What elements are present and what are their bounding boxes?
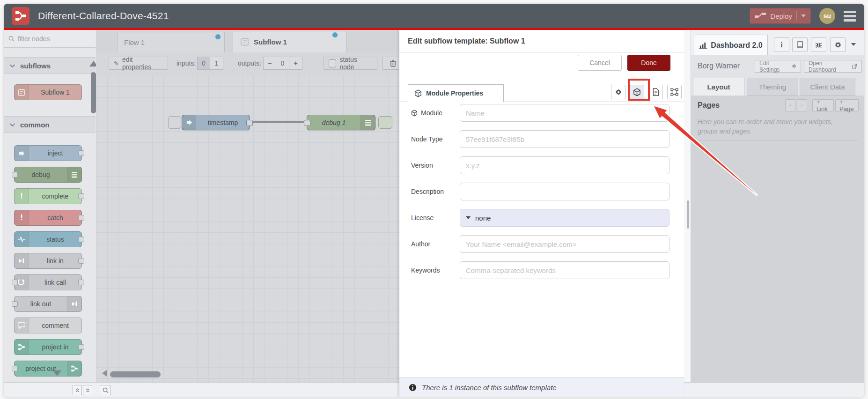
palette-node-inject[interactable]: inject bbox=[14, 145, 82, 161]
cancel-button[interactable]: Cancel bbox=[578, 55, 622, 71]
category-label: subflows bbox=[20, 62, 51, 70]
deploy-caret-icon[interactable] bbox=[801, 15, 806, 17]
sidebar-resize-handle[interactable] bbox=[684, 30, 691, 382]
version-input[interactable] bbox=[460, 156, 669, 174]
outputs-decrement-button[interactable]: − bbox=[263, 57, 276, 70]
palette-node-project-in[interactable]: project in bbox=[14, 339, 82, 355]
tab-theming[interactable]: Theming bbox=[747, 78, 798, 96]
edit-settings-button[interactable]: Edit Settings bbox=[755, 60, 801, 73]
module-label: Module bbox=[411, 109, 460, 117]
outputs-value[interactable]: 0 bbox=[276, 57, 289, 70]
edit-properties-button[interactable]: ✎ edit properties bbox=[109, 57, 168, 70]
module-input[interactable] bbox=[460, 104, 669, 122]
properties-gear-button[interactable] bbox=[611, 85, 625, 99]
canvas-node-debug-1[interactable]: debug 1 bbox=[307, 115, 375, 130]
tab-label: Module Properties bbox=[426, 89, 483, 97]
sidebar-tabs-dropdown-icon[interactable] bbox=[851, 43, 856, 46]
palette-node-status[interactable]: status bbox=[14, 231, 82, 247]
debug-toggle-button[interactable] bbox=[378, 116, 392, 129]
palette-filter[interactable]: filter nodes bbox=[4, 30, 96, 48]
main-menu-icon[interactable] bbox=[844, 11, 856, 22]
keywords-input[interactable] bbox=[460, 261, 669, 279]
link-in-icon bbox=[15, 253, 29, 268]
config-tab-button[interactable] bbox=[830, 37, 846, 52]
done-button[interactable]: Done bbox=[627, 55, 670, 71]
inject-trigger-button[interactable] bbox=[168, 116, 181, 129]
sidebar-scrollbar-thumb[interactable] bbox=[687, 200, 689, 229]
palette-node-debug[interactable]: debug bbox=[14, 167, 82, 183]
palette-collapse-all-button[interactable] bbox=[73, 385, 82, 395]
palette-node-subflow-1[interactable]: Subflow 1 bbox=[14, 84, 82, 100]
palette-node-comment[interactable]: comment bbox=[14, 318, 82, 333]
inputs-option-1[interactable]: 1 bbox=[210, 57, 223, 70]
bar-chart-icon bbox=[699, 42, 707, 49]
palette-node-complete[interactable]: ! complete bbox=[14, 188, 82, 204]
input-port[interactable] bbox=[304, 120, 310, 126]
open-dashboard-button[interactable]: Open Dashboard bbox=[804, 60, 862, 73]
double-chevron-down-icon bbox=[801, 103, 803, 108]
status-node-toggle[interactable]: status node bbox=[324, 57, 377, 70]
tab-client-data[interactable]: Client Data bbox=[800, 78, 855, 96]
node-type-input[interactable] bbox=[460, 130, 669, 148]
canvas-hscrollbar-thumb[interactable] bbox=[110, 371, 161, 377]
description-input[interactable] bbox=[460, 183, 669, 200]
canvas-scroll-left[interactable] bbox=[102, 370, 107, 377]
status-node-checkbox[interactable] bbox=[329, 59, 336, 67]
debug-icon bbox=[67, 167, 81, 182]
palette-node-project-out[interactable]: project out bbox=[14, 361, 82, 377]
module-properties-form: Module Node Type Version Description Lic… bbox=[399, 102, 684, 279]
project-in-icon bbox=[15, 340, 29, 355]
license-value: none bbox=[475, 214, 491, 222]
subflow-icon bbox=[240, 38, 250, 46]
palette-category-common[interactable]: common bbox=[4, 116, 96, 133]
category-label: common bbox=[20, 121, 50, 129]
unsaved-changes-dot bbox=[215, 34, 221, 39]
palette-category-subflows[interactable]: subflows bbox=[4, 57, 96, 74]
inputs-option-0[interactable]: 0 bbox=[197, 57, 210, 70]
pages-expand-button[interactable] bbox=[797, 99, 807, 111]
palette-expand-all-button[interactable] bbox=[83, 385, 92, 395]
user-avatar[interactable]: su bbox=[819, 8, 835, 24]
palette-node-link-out[interactable]: link out bbox=[14, 296, 82, 312]
license-select[interactable]: none bbox=[460, 209, 669, 227]
pages-collapse-button[interactable] bbox=[785, 99, 795, 111]
add-link-button[interactable]: + Link bbox=[812, 99, 834, 111]
outputs-label: outputs: bbox=[238, 59, 261, 67]
node-label: status bbox=[29, 232, 81, 247]
palette-node-catch[interactable]: ! catch bbox=[14, 210, 82, 226]
info-tab-button[interactable]: i bbox=[774, 37, 789, 52]
layout-panel: Pages + Link + Page Here you can re-orde… bbox=[691, 96, 864, 382]
appearance-button[interactable] bbox=[667, 85, 682, 99]
author-input[interactable] bbox=[460, 235, 669, 253]
gear-icon bbox=[615, 89, 622, 96]
palette-scroll-down[interactable] bbox=[53, 370, 61, 376]
output-port bbox=[78, 258, 84, 264]
deploy-button[interactable]: Deploy bbox=[750, 8, 811, 24]
tab-layout[interactable]: Layout bbox=[693, 78, 744, 96]
node-label: project in bbox=[29, 340, 81, 355]
tab-module-properties[interactable]: Module Properties bbox=[408, 84, 504, 102]
canvas-search-button[interactable] bbox=[100, 385, 111, 395]
node-label: catch bbox=[29, 210, 81, 225]
debug-icon bbox=[360, 115, 375, 130]
header-actions: Deploy su bbox=[750, 4, 856, 28]
palette-filter-placeholder: filter nodes bbox=[18, 35, 50, 43]
help-tab-button[interactable] bbox=[792, 37, 808, 52]
palette-node-link-in[interactable]: link in bbox=[14, 253, 82, 269]
flow-canvas[interactable]: timestamp debug 1 bbox=[96, 75, 399, 382]
output-port[interactable] bbox=[246, 120, 253, 126]
description-button[interactable] bbox=[648, 85, 663, 99]
tab-flow-1[interactable]: Flow 1 bbox=[117, 32, 225, 52]
palette-node-link-call[interactable]: link call bbox=[14, 274, 82, 290]
add-page-button[interactable]: + Page bbox=[835, 99, 859, 111]
canvas-node-timestamp[interactable]: timestamp bbox=[182, 115, 250, 130]
tab-dashboard-2[interactable]: Dashboard 2.0 bbox=[694, 35, 768, 55]
palette-scrollbar-thumb[interactable] bbox=[91, 72, 96, 113]
keywords-label: Keywords bbox=[411, 266, 460, 274]
inject-icon bbox=[182, 115, 196, 130]
outputs-increment-button[interactable]: + bbox=[289, 57, 302, 70]
tab-subflow-1[interactable]: Subflow 1 bbox=[233, 31, 346, 52]
debug-tab-button[interactable] bbox=[811, 37, 826, 52]
info-icon bbox=[409, 384, 417, 392]
delete-subflow-button[interactable] bbox=[383, 57, 399, 70]
